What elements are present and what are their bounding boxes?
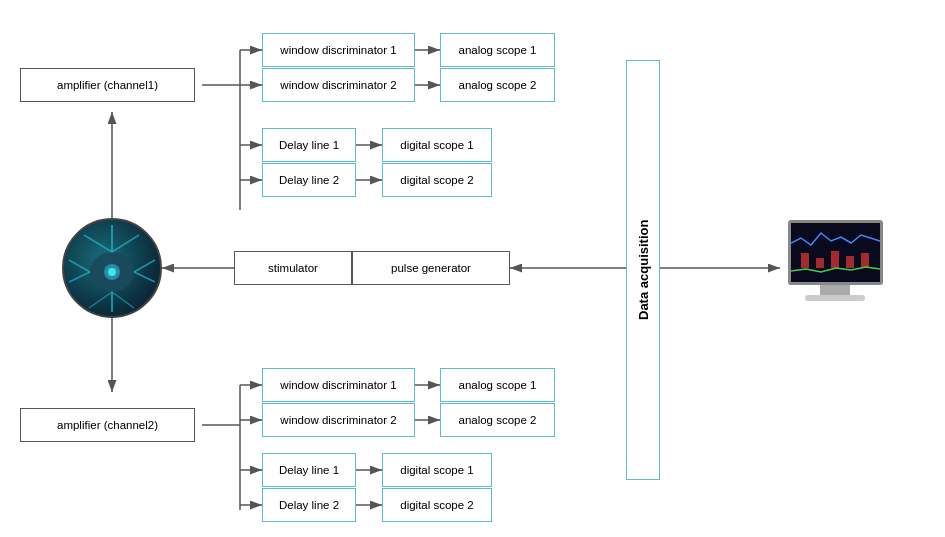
ds2-bot-label: digital scope 2: [400, 499, 474, 511]
dl2-top-box: Delay line 2: [262, 163, 356, 197]
wd2-bot-box: window discriminator 2: [262, 403, 415, 437]
ds1-top-box: digital scope 1: [382, 128, 492, 162]
amp-ch2-label: amplifier (channel2): [57, 419, 158, 431]
wd2-bot-label: window discriminator 2: [280, 414, 396, 426]
as2-top-box: analog scope 2: [440, 68, 555, 102]
wd1-bot-box: window discriminator 1: [262, 368, 415, 402]
dl1-top-label: Delay line 1: [279, 139, 339, 151]
as2-top-label: analog scope 2: [458, 79, 536, 91]
ds1-bot-box: digital scope 1: [382, 453, 492, 487]
dl2-top-label: Delay line 2: [279, 174, 339, 186]
diagram: amplifier (channel1) window discriminato…: [0, 0, 945, 537]
svg-line-30: [84, 235, 112, 252]
ds2-top-box: digital scope 2: [382, 163, 492, 197]
svg-rect-42: [801, 253, 809, 268]
dl2-bot-label: Delay line 2: [279, 499, 339, 511]
svg-rect-44: [831, 251, 839, 268]
wd2-top-label: window discriminator 2: [280, 79, 396, 91]
amp-ch2-box: amplifier (channel2): [20, 408, 195, 442]
wd1-top-box: window discriminator 1: [262, 33, 415, 67]
dl1-top-box: Delay line 1: [262, 128, 356, 162]
ds1-bot-label: digital scope 1: [400, 464, 474, 476]
monitor-base: [805, 295, 865, 301]
dl1-bot-label: Delay line 1: [279, 464, 339, 476]
pulse-gen-box: pulse generator: [352, 251, 510, 285]
ds1-top-label: digital scope 1: [400, 139, 474, 151]
pulse-gen-label: pulse generator: [391, 262, 471, 274]
data-acq-label: Data acquisition: [636, 220, 651, 320]
amp-ch1-box: amplifier (channel1): [20, 68, 195, 102]
data-acq-box: Data acquisition: [626, 60, 660, 480]
dl2-bot-box: Delay line 2: [262, 488, 356, 522]
svg-line-37: [89, 292, 112, 308]
monitor-screen: [788, 220, 883, 285]
stimulator-box: stimulator: [234, 251, 352, 285]
wd2-top-box: window discriminator 2: [262, 68, 415, 102]
as1-bot-label: analog scope 1: [458, 379, 536, 391]
monitor-stand: [820, 285, 850, 295]
as2-bot-label: analog scope 2: [458, 414, 536, 426]
dl1-bot-box: Delay line 1: [262, 453, 356, 487]
svg-point-40: [108, 268, 116, 276]
svg-line-32: [69, 260, 90, 272]
ds2-bot-box: digital scope 2: [382, 488, 492, 522]
svg-rect-43: [816, 258, 824, 268]
svg-rect-45: [846, 256, 854, 268]
as2-bot-box: analog scope 2: [440, 403, 555, 437]
svg-rect-46: [861, 253, 869, 268]
svg-line-34: [134, 260, 155, 272]
svg-line-31: [112, 235, 139, 252]
ds2-top-label: digital scope 2: [400, 174, 474, 186]
wd1-top-label: window discriminator 1: [280, 44, 396, 56]
stimulator-label: stimulator: [268, 262, 318, 274]
svg-line-35: [134, 272, 155, 282]
monitor: [780, 220, 890, 310]
as1-top-label: analog scope 1: [458, 44, 536, 56]
wd1-bot-label: window discriminator 1: [280, 379, 396, 391]
neuron: [62, 218, 162, 318]
amp-ch1-label: amplifier (channel1): [57, 79, 158, 91]
svg-line-38: [112, 292, 134, 308]
svg-line-33: [69, 272, 90, 282]
as1-top-box: analog scope 1: [440, 33, 555, 67]
as1-bot-box: analog scope 1: [440, 368, 555, 402]
